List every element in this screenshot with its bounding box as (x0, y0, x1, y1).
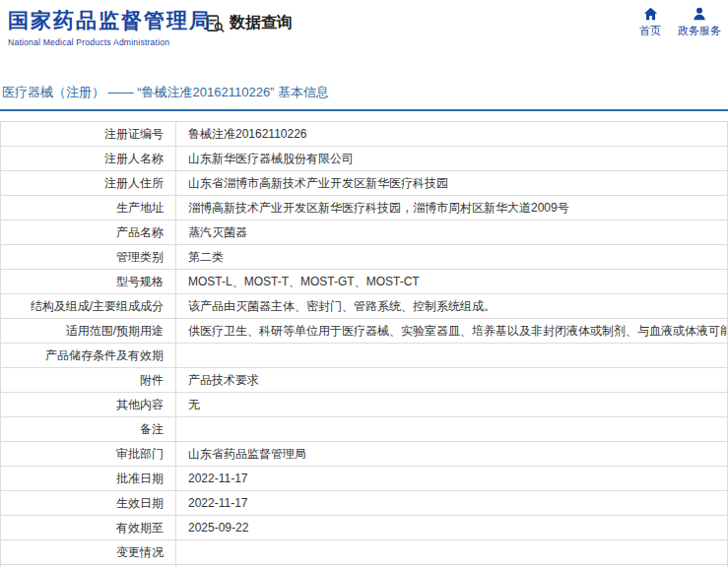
logo-title-cn: 国家药品监督管理局 (8, 7, 212, 34)
row-value: 第二类 (176, 245, 728, 270)
table-row: 生效日期2022-11-17 (1, 491, 728, 516)
home-icon (642, 6, 659, 22)
row-label: 结构及组成/主要组成成分 (1, 294, 176, 319)
row-label: 批准日期 (1, 467, 176, 491)
table-row: 注册人名称山东新华医疗器械股份有限公司 (1, 147, 728, 171)
row-label: 附件 (1, 368, 176, 393)
top-nav: 首页 政务服务 (626, 4, 724, 38)
header: 国家药品监督管理局 National Medical Products Admi… (0, 0, 728, 57)
row-value: 2022-11-17 (176, 467, 728, 491)
table-row: 注册证编号鲁械注准20162110226 (1, 122, 728, 147)
table-row: 适用范围/预期用途供医疗卫生、科研等单位用于医疗器械、实验室器皿、培养基以及非封… (1, 319, 728, 344)
table-row: 批准日期2022-11-17 (1, 467, 728, 491)
row-label: 注册证编号 (1, 122, 176, 147)
row-label: 管理类别 (1, 245, 176, 270)
row-label: 有效期至 (1, 516, 176, 540)
row-value (176, 540, 728, 565)
row-value: 2025-09-22 (176, 516, 728, 540)
page-title: 医疗器械（注册） —— “鲁械注准20162110226” 基本信息 (0, 84, 728, 111)
row-value (176, 344, 728, 368)
logo-title-en: National Medical Products Administration (8, 37, 212, 47)
row-label: 适用范围/预期用途 (1, 319, 176, 344)
row-value: 产品技术要求 (176, 368, 728, 393)
nmpa-logo[interactable]: 国家药品监督管理局 National Medical Products Admi… (8, 7, 212, 47)
row-label: 其他内容 (1, 393, 176, 417)
row-value: MOST-L、MOST-T、MOST-GT、MOST-CT (176, 270, 728, 294)
row-value: 蒸汽灭菌器 (176, 220, 728, 245)
nav-home-label: 首页 (639, 24, 661, 38)
row-label: 生产地址 (1, 196, 176, 220)
row-value: 山东省淄博市高新技术产业开发区新华医疗科技园 (176, 171, 728, 196)
row-label: 型号规格 (1, 270, 176, 294)
data-query-icon (205, 14, 225, 33)
row-value: 无 (176, 393, 728, 417)
row-label: 审批部门 (1, 442, 176, 467)
row-label: 变更情况 (1, 540, 176, 565)
row-label: 备注 (1, 417, 176, 442)
table-row: 型号规格MOST-L、MOST-T、MOST-GT、MOST-CT (1, 270, 728, 294)
info-table-body: 注册证编号鲁械注准20162110226注册人名称山东新华医疗器械股份有限公司注… (1, 122, 728, 567)
row-label: 注册人名称 (1, 147, 176, 171)
table-row: 变更情况 (1, 540, 728, 565)
table-row: 结构及组成/主要组成成分该产品由灭菌器主体、密封门、管路系统、控制系统组成。 (1, 294, 728, 319)
row-label: 注册人住所 (1, 171, 176, 196)
table-row: 有效期至2025-09-22 (1, 516, 728, 540)
row-value: 供医疗卫生、科研等单位用于医疗器械、实验室器皿、培养基以及非封闭液体或制剂、与血… (176, 319, 728, 344)
table-row: 产品名称蒸汽灭菌器 (1, 220, 728, 245)
table-row: 备注 (1, 417, 728, 442)
row-label: 生效日期 (1, 491, 176, 516)
table-row: 管理类别第二类 (1, 245, 728, 270)
row-label: 产品储存条件及有效期 (1, 344, 176, 368)
row-value: 2022-11-17 (176, 491, 728, 516)
table-row: 产品储存条件及有效期 (1, 344, 728, 368)
nav-gov-services-label: 政务服务 (678, 24, 721, 38)
row-label: 产品名称 (1, 220, 176, 245)
table-row: 注册人住所山东省淄博市高新技术产业开发区新华医疗科技园 (1, 171, 728, 196)
table-row: 其他内容无 (1, 393, 728, 417)
row-value: 山东省药品监督管理局 (176, 442, 728, 467)
data-query-label: 数据查询 (230, 13, 293, 33)
data-query-heading: 数据查询 (205, 13, 293, 33)
table-row: 生产地址淄博高新技术产业开发区新华医疗科技园，淄博市周村区新华大道2009号 (1, 196, 728, 220)
person-icon (692, 6, 707, 22)
row-value: 淄博高新技术产业开发区新华医疗科技园，淄博市周村区新华大道2009号 (176, 196, 728, 220)
nav-gov-services[interactable]: 政务服务 (675, 4, 724, 38)
nav-home[interactable]: 首页 (626, 4, 675, 38)
row-value: 该产品由灭菌器主体、密封门、管路系统、控制系统组成。 (176, 294, 728, 319)
table-row: 附件产品技术要求 (1, 368, 728, 393)
row-value (176, 417, 728, 442)
row-value: 山东新华医疗器械股份有限公司 (176, 147, 728, 171)
table-row: 审批部门山东省药品监督管理局 (1, 442, 728, 467)
row-value: 鲁械注准20162110226 (176, 122, 728, 147)
info-table: 注册证编号鲁械注准20162110226注册人名称山东新华医疗器械股份有限公司注… (0, 121, 728, 567)
